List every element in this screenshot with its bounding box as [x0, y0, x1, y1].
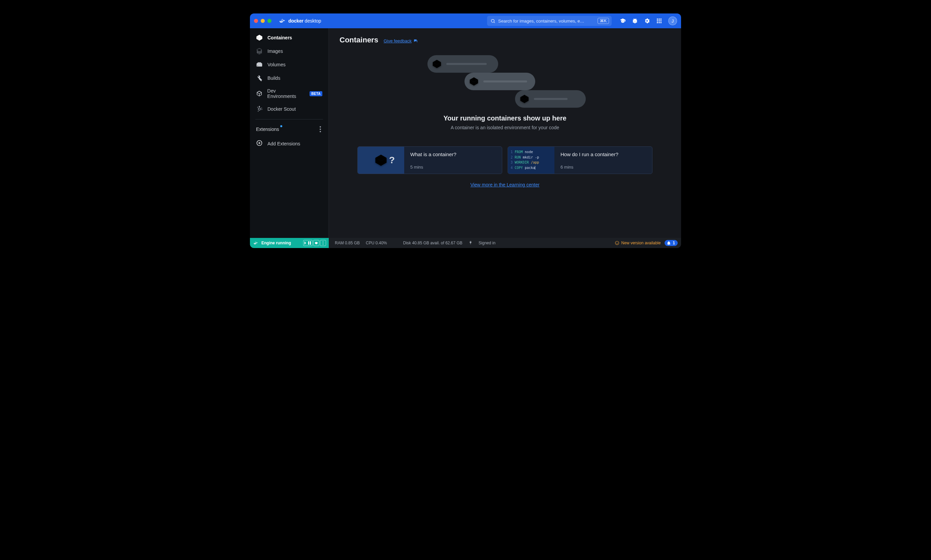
- svg-point-19: [259, 106, 260, 107]
- svg-point-14: [657, 22, 658, 23]
- svg-point-13: [661, 20, 662, 22]
- plug-icon: [469, 241, 472, 246]
- learning-center-link[interactable]: View more in the Learning center: [470, 182, 539, 188]
- engine-menu-button[interactable]: [320, 240, 326, 246]
- sidebar-item-label: Dev Environments: [267, 88, 305, 99]
- notifications-button[interactable]: 1: [665, 240, 678, 246]
- stat-cpu: CPU 0.40%: [366, 241, 387, 245]
- dockerfile-thumbnail: 1FROMnode 2RUNmkdir -p 3WORKDIR/app 4COP…: [508, 147, 554, 174]
- bell-icon: [667, 241, 671, 245]
- builds-icon: [256, 75, 263, 82]
- extensions-new-dot: [280, 125, 282, 127]
- stat-ram: RAM 0.85 GB: [335, 241, 360, 245]
- engine-power-button[interactable]: [313, 240, 319, 246]
- sidebar-item-label: Images: [267, 48, 283, 54]
- search-shortcut: ⌘K: [598, 18, 609, 24]
- svg-point-17: [258, 108, 261, 111]
- cube-icon: [469, 77, 479, 86]
- search-input[interactable]: [498, 18, 595, 23]
- images-icon: [256, 48, 263, 54]
- page-title: Containers: [340, 36, 378, 45]
- svg-rect-24: [308, 241, 309, 245]
- card-title: What is a container?: [410, 151, 496, 157]
- docker-whale-icon: [279, 17, 286, 25]
- extensions-title: Extensions: [256, 126, 279, 132]
- sidebar-item-images[interactable]: Images: [250, 45, 329, 58]
- empty-state: Your running containers show up here A c…: [340, 55, 670, 130]
- engine-play-pause-button[interactable]: [303, 240, 313, 246]
- svg-point-15: [659, 22, 660, 23]
- learning-card-what-is-container[interactable]: ? What is a container? 5 mins: [357, 146, 502, 174]
- app-window: docker desktop ⌘K J Containers Images: [250, 14, 681, 248]
- docker-whale-icon: [253, 240, 259, 246]
- stat-disk: Disk 40.85 GB avail. of 62.67 GB: [403, 241, 462, 245]
- search-icon: [490, 18, 496, 23]
- container-cube-icon: [375, 154, 388, 166]
- dev-env-icon: [256, 90, 263, 97]
- main-content: Containers Give feedback: [329, 28, 681, 238]
- beta-badge: BETA: [310, 91, 322, 96]
- svg-rect-25: [310, 241, 311, 245]
- sidebar-item-volumes[interactable]: Volumes: [250, 58, 329, 71]
- zoom-window-button[interactable]: [267, 19, 272, 23]
- question-mark-icon: ?: [389, 155, 395, 166]
- sidebar-item-label: Volumes: [267, 62, 286, 67]
- signed-in-text: Signed in: [479, 241, 496, 245]
- sidebar-item-containers[interactable]: Containers: [250, 31, 329, 45]
- card-duration: 5 mins: [410, 165, 496, 169]
- svg-marker-23: [304, 241, 306, 245]
- settings-icon[interactable]: [644, 18, 650, 24]
- feedback-icon: [413, 39, 418, 43]
- apps-grid-icon[interactable]: [656, 18, 662, 24]
- sidebar-item-builds[interactable]: Builds: [250, 71, 329, 85]
- status-bar: Engine running RAM 0.85 GB CPU 0.40% Dis…: [250, 238, 681, 248]
- svg-point-8: [657, 18, 658, 20]
- engine-status-text: Engine running: [261, 241, 291, 245]
- window-controls: [254, 19, 272, 23]
- svg-point-11: [657, 20, 658, 22]
- sidebar-item-add-extensions[interactable]: Add Extensions: [250, 136, 329, 151]
- svg-point-6: [491, 19, 494, 22]
- info-icon: [615, 241, 619, 245]
- extensions-header: Extensions: [250, 121, 329, 136]
- add-icon: [256, 140, 263, 148]
- svg-point-18: [257, 107, 262, 112]
- give-feedback-link[interactable]: Give feedback: [384, 38, 418, 43]
- close-window-button[interactable]: [254, 19, 258, 23]
- volumes-icon: [256, 61, 263, 68]
- sidebar-item-label: Builds: [267, 75, 280, 81]
- extensions-menu-button[interactable]: [318, 125, 322, 134]
- bug-icon[interactable]: [632, 18, 638, 24]
- svg-point-10: [661, 18, 662, 20]
- engine-status[interactable]: Engine running: [250, 238, 329, 248]
- minimize-window-button[interactable]: [261, 19, 265, 23]
- account-avatar[interactable]: J: [668, 17, 677, 25]
- global-search[interactable]: ⌘K: [487, 16, 612, 26]
- hero-illustration: [428, 55, 582, 112]
- containers-icon: [256, 34, 263, 41]
- notifications-count: 1: [673, 241, 675, 245]
- sidebar-item-label: Containers: [267, 35, 292, 40]
- svg-point-16: [661, 22, 662, 23]
- empty-state-title: Your running containers show up here: [443, 114, 566, 122]
- scout-icon: [256, 106, 263, 112]
- sidebar-divider: [255, 119, 323, 120]
- sidebar-item-label: Docker Scout: [267, 106, 296, 112]
- svg-line-7: [494, 22, 495, 23]
- sidebar-item-label: Add Extensions: [267, 141, 300, 146]
- empty-state-subtitle: A container is an isolated environment f…: [451, 125, 559, 130]
- app-logo: docker desktop: [279, 17, 321, 25]
- cube-icon: [432, 59, 442, 69]
- titlebar: docker desktop ⌘K J: [250, 14, 681, 28]
- new-version-link[interactable]: New version available: [615, 241, 661, 245]
- card-duration: 6 mins: [560, 165, 646, 169]
- sidebar-item-dev-environments[interactable]: Dev Environments BETA: [250, 85, 329, 102]
- card-title: How do I run a container?: [560, 151, 646, 157]
- svg-point-9: [659, 18, 660, 20]
- learn-icon[interactable]: [620, 18, 626, 24]
- svg-point-12: [659, 20, 660, 22]
- cube-icon: [520, 94, 529, 104]
- learning-card-how-run-container[interactable]: 1FROMnode 2RUNmkdir -p 3WORKDIR/app 4COP…: [508, 146, 652, 174]
- sidebar: Containers Images Volumes Builds Dev Env…: [250, 28, 329, 238]
- sidebar-item-docker-scout[interactable]: Docker Scout: [250, 102, 329, 116]
